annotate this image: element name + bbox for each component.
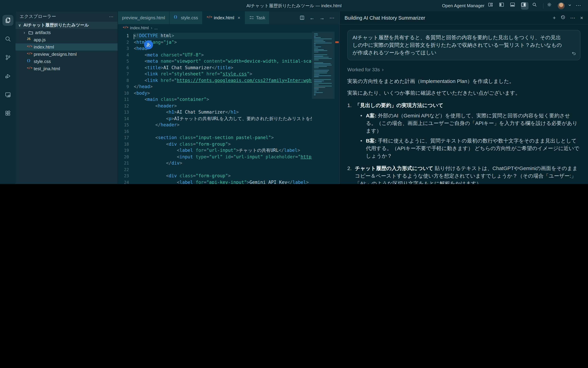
gear-icon[interactable] — [547, 2, 554, 9]
code-line: </header> — [134, 122, 312, 128]
scrollbar-marker — [335, 41, 339, 43]
split-editor-icon[interactable] — [299, 15, 305, 20]
activity-source-control-icon[interactable] — [2, 52, 13, 63]
code-line: <head> — [134, 46, 312, 52]
list-number: 2. — [347, 165, 355, 184]
close-panel-icon[interactable]: × — [580, 15, 583, 21]
user-avatar[interactable] — [558, 2, 565, 9]
file-label: artifacts — [35, 30, 51, 35]
line-number: 2 — [118, 39, 134, 46]
code-line: <p>AIチャットの共有URLを入力して、要約された折りたたみリストを生成します — [134, 116, 312, 122]
tree-item-index-html[interactable]: </>index.html — [16, 43, 118, 51]
tab-bar: preview_designs.html{}style.css</>index.… — [118, 11, 339, 24]
file-label: app.js — [34, 37, 45, 42]
more-actions-icon[interactable]: ⋯ — [576, 2, 583, 9]
forward-icon[interactable]: → — [319, 15, 325, 21]
search-icon[interactable] — [532, 2, 540, 9]
editor-actions: ←→⋯ — [295, 11, 339, 24]
line-number-gutter: 1234567891011121314151617181920212223242… — [118, 32, 134, 184]
html-file-icon: </> — [207, 15, 212, 20]
code-line: <header> — [134, 103, 312, 109]
line-number: 8 — [118, 77, 134, 84]
tab-index-html[interactable]: </>index.html× — [202, 11, 245, 24]
chevron-down-icon: ∨ — [18, 23, 22, 28]
activity-run-debug-icon[interactable] — [2, 71, 13, 82]
activity-extensions-icon[interactable] — [2, 108, 13, 119]
tree-item-preview-designs-html[interactable]: </>preview_designs.html — [16, 51, 118, 58]
bullet-content: A案: 外部のAI（Gemini APIなど）を使用して、実際に質問と回答の内容… — [366, 112, 580, 135]
code-line: <meta name="viewport" content="width=dev… — [134, 58, 312, 64]
chat-transcript[interactable]: AIチャット履歴を共有すると、各質問と回答の内容を要約した見出しをつくり、その見… — [340, 24, 588, 184]
code-line: <meta charset="UTF-8"> — [134, 52, 312, 58]
tree-item-style-css[interactable]: {}style.css — [16, 58, 118, 65]
activity-remote-explorer-icon[interactable] — [2, 89, 13, 100]
restore-checkpoint-icon[interactable] — [571, 51, 576, 56]
chat-more-icon[interactable]: ⋯ — [570, 15, 575, 21]
code-line: <title>AI Chat Summarizer</title> — [134, 64, 312, 71]
editor-group: preview_designs.html{}style.css</>index.… — [118, 11, 339, 184]
tab-Task[interactable]: Task — [245, 11, 270, 24]
line-number: 9 — [118, 84, 134, 90]
code-line: <div class="form-group"> — [134, 141, 312, 147]
tree-item-artifacts[interactable]: ›artifacts — [16, 29, 118, 36]
assistant-bullet-item: •B案: 手軽に使えるように、質問テキストの最初の数行や数十文字をそのまま見出し… — [347, 137, 580, 160]
task-icon — [249, 15, 254, 20]
back-icon[interactable]: ← — [309, 15, 315, 21]
assistant-numbered-item: 2.チャット履歴の入力形式について 貼り付けるテキストは、ChatGPTやGem… — [347, 165, 580, 184]
bullet-marker: • — [360, 137, 366, 160]
html-file-icon: </> — [123, 25, 128, 30]
breadcrumb-file[interactable]: index.html — [130, 26, 149, 30]
toggle-right-panel-icon[interactable] — [521, 2, 528, 9]
titlebar-separator — [543, 3, 543, 9]
history-icon[interactable] — [561, 15, 565, 21]
line-number: 17 — [118, 135, 134, 141]
bullet-marker: • — [360, 112, 366, 135]
user-message-bubble[interactable]: AIチャット履歴を共有すると、各質問と回答の内容を要約した見出しをつくり、その見… — [347, 30, 580, 60]
agent-layout-icon[interactable] — [488, 2, 495, 9]
open-agent-manager-button[interactable]: Open Agent Manager — [442, 3, 484, 8]
sidebar-title: エクスプローラー — [20, 13, 56, 20]
code-line: <label for="api-key-input">Gemini API Ke… — [134, 179, 312, 184]
line-number: 20 — [118, 154, 134, 160]
tab-more-icon[interactable]: ⋯ — [329, 15, 334, 21]
activity-files-icon[interactable] — [2, 15, 13, 26]
code-content[interactable]: あ <!DOCTYPE html><html lang="ja"><head> … — [134, 32, 312, 184]
tree-item-app-js[interactable]: JSapp.js — [16, 36, 118, 43]
file-label: preview_designs.html — [34, 52, 77, 57]
text-cursor — [134, 34, 134, 39]
tab-label: preview_designs.html — [122, 15, 165, 20]
sidebar-more-icon[interactable]: ⋯ — [109, 14, 114, 19]
toggle-left-panel-icon[interactable] — [499, 2, 507, 9]
tab-style-css[interactable]: {}style.css — [169, 11, 202, 24]
breadcrumb-more[interactable]: ... — [154, 26, 158, 30]
minimap[interactable] — [312, 32, 334, 184]
activity-search-icon[interactable] — [2, 33, 13, 44]
new-chat-icon[interactable]: + — [553, 15, 556, 21]
tab-label: index.html — [214, 15, 234, 20]
tab-preview-designs-html[interactable]: preview_designs.html — [118, 11, 169, 24]
code-line: </div> — [134, 160, 312, 166]
editor-scrollbar[interactable] — [334, 32, 339, 184]
close-icon[interactable]: × — [238, 15, 240, 20]
assistant-paragraph: 実装にあたり、いくつか事前に確認させていただきたい点がございます。 — [347, 89, 580, 97]
line-number: 11 — [118, 96, 134, 103]
line-number: 13 — [118, 109, 134, 116]
file-tree: ∨AIチャット履歴折りたたみツール›artifactsJSapp.js</>in… — [16, 22, 118, 184]
line-number: 23 — [118, 173, 134, 179]
tree-item-test-jina-html[interactable]: </>test_jina.html — [16, 65, 118, 72]
agent-chat-panel: Building AI Chat History Summarizer + ⋯ … — [339, 11, 588, 184]
minimap-slider[interactable] — [312, 32, 334, 99]
chevron-down-icon[interactable] — [568, 2, 572, 9]
code-line: <html lang="ja"> — [134, 39, 312, 46]
code-line — [134, 166, 312, 173]
file-label: test_jina.html — [34, 66, 60, 71]
title-bar: AIチャット履歴折りたたみツール — index.html Open Agent… — [0, 0, 588, 11]
chat-title: Building AI Chat History Summarizer — [344, 15, 425, 20]
html-file-icon: </> — [27, 66, 32, 71]
code-editor[interactable]: 1234567891011121314151617181920212223242… — [118, 32, 339, 184]
tree-root-folder[interactable]: ∨AIチャット履歴折りたたみツール — [16, 22, 118, 29]
sidebar-header: エクスプローラー ⋯ — [16, 11, 118, 22]
breadcrumb[interactable]: </> index.html › ... — [118, 24, 339, 32]
toggle-bottom-panel-icon[interactable] — [510, 2, 518, 9]
worked-duration-toggle[interactable]: Worked for 33s› — [347, 66, 580, 73]
